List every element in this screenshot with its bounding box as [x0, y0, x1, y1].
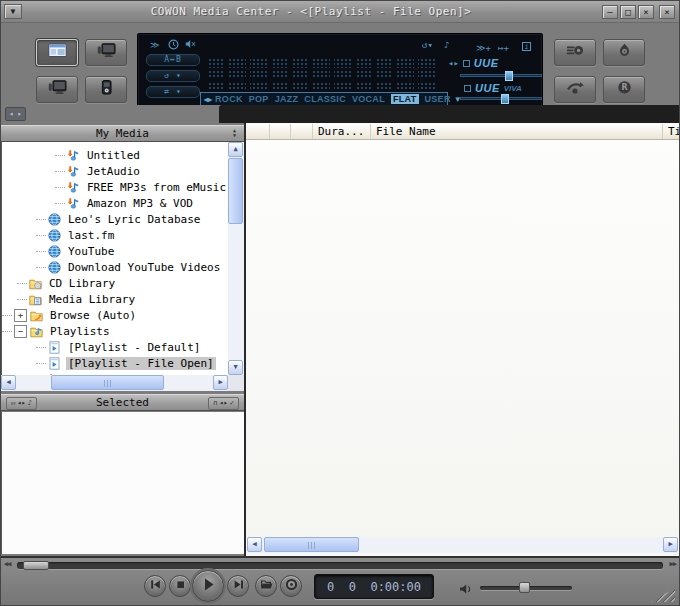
tree-item[interactable]: [Playlist - Default] — [2, 339, 228, 355]
tree-item[interactable]: FREE MP3s from eMusic! — [2, 179, 228, 195]
eq-preset-classic[interactable]: CLASSIC — [304, 94, 346, 104]
globe-icon — [48, 229, 62, 242]
my-media-header[interactable]: My Media ▲▼ — [1, 125, 244, 142]
column-header[interactable] — [270, 124, 291, 139]
info-icon[interactable]: i — [522, 42, 531, 51]
tree-horizontal-scrollbar[interactable]: ◀ ▶ — [1, 375, 228, 391]
open-file-button[interactable] — [255, 575, 277, 597]
listen-check-button[interactable]: ∩ ◂▸ ✓ — [208, 397, 239, 410]
visualization-button[interactable] — [36, 76, 78, 103]
tree-hscroll-thumb[interactable] — [51, 375, 165, 390]
tree-item[interactable]: YouTube — [2, 243, 228, 259]
uue-viva-checkbox[interactable] — [464, 85, 471, 92]
uue-slider-thumb[interactable] — [505, 71, 513, 81]
previous-button[interactable] — [144, 575, 166, 597]
close-button[interactable]: × — [638, 5, 654, 19]
volume-slider[interactable] — [480, 586, 572, 590]
mute-icon[interactable] — [185, 39, 196, 51]
volume-icon[interactable] — [459, 580, 473, 599]
tree-item[interactable]: last.fm — [2, 227, 228, 243]
playlist-body[interactable] — [246, 140, 679, 537]
playlist-hscroll-thumb[interactable] — [264, 537, 359, 552]
conversion-button[interactable] — [554, 76, 596, 103]
expand-toggle[interactable]: − — [14, 325, 27, 338]
seek-forward-icon[interactable]: ▶▶ — [670, 560, 676, 568]
pane-switch-icon[interactable]: ▲▼ — [233, 128, 236, 138]
column-header-title[interactable]: Title — [663, 124, 679, 139]
scroll-up-button[interactable]: ▲ — [228, 142, 243, 157]
tree-item[interactable]: JetAudio — [2, 163, 228, 179]
tree-item[interactable]: CD Library — [2, 275, 228, 291]
tree-item[interactable]: [Playlist - File Open] — [2, 355, 228, 371]
eq-preset-pop[interactable]: POP — [249, 94, 269, 104]
speed-icon[interactable]: ≫ — [150, 40, 159, 50]
column-header[interactable] — [246, 124, 270, 139]
eq-preset-flat[interactable]: FLAT — [391, 94, 419, 104]
scroll-right-button[interactable]: ▶ — [213, 375, 228, 390]
uue-viva-slider-thumb[interactable] — [501, 94, 509, 104]
tree-item[interactable]: Media Library — [2, 291, 228, 307]
tree-item[interactable]: Amazon MP3 & VOD — [2, 195, 228, 211]
scroll-left-button[interactable]: ◀ — [247, 537, 262, 552]
crossfade-icon[interactable]: ≫+ — [476, 43, 491, 53]
column-header-filename[interactable]: File Name — [371, 124, 663, 139]
sound-effect-button[interactable] — [554, 39, 596, 66]
tree-item[interactable]: Leo's Lyric Database — [2, 211, 228, 227]
seek-bar[interactable] — [17, 562, 663, 569]
eq-preset-user[interactable]: USER — [425, 94, 451, 104]
time-display[interactable]: 0 0 0:00:00 — [314, 574, 434, 599]
eject-button[interactable] — [280, 575, 302, 597]
music-service-icon — [67, 165, 81, 178]
convert-icon — [566, 80, 585, 99]
eq-preset-vocal[interactable]: VOCAL — [352, 94, 385, 104]
tree-item[interactable]: Download YouTube Videos — [2, 259, 228, 275]
tree-item[interactable]: +Browse (Auto) — [2, 307, 228, 323]
seek-back-icon[interactable]: ◀◀ — [4, 560, 10, 568]
insert-icon[interactable]: ↦+ — [498, 43, 509, 53]
volume-thumb[interactable] — [519, 582, 530, 593]
display-mode-button[interactable]: ▭ ◂▸ ♪ — [6, 397, 37, 410]
expand-toggle[interactable]: + — [14, 309, 27, 322]
preset-nav-icon[interactable]: ◂▸ — [204, 95, 212, 104]
jetcast-button[interactable] — [603, 39, 645, 66]
column-header-dura[interactable]: Dura... — [313, 124, 371, 139]
eq-note-icon[interactable]: ♪ — [444, 40, 449, 50]
tree-item-label: Leo's Lyric Database — [66, 213, 202, 226]
clock-icon[interactable] — [168, 39, 179, 52]
repeat-button[interactable]: ↺ ▾ — [146, 70, 200, 82]
scroll-right-button[interactable]: ▶ — [663, 537, 678, 552]
exit-button[interactable]: × — [659, 5, 675, 19]
next-button[interactable] — [227, 575, 249, 597]
stop-button[interactable] — [169, 575, 191, 597]
uue-slider[interactable] — [460, 74, 542, 77]
uue-viva-slider[interactable] — [460, 97, 542, 100]
resize-grip[interactable] — [651, 588, 675, 602]
device-button[interactable] — [85, 76, 127, 103]
scroll-down-button[interactable]: ▼ — [228, 360, 243, 375]
uue-toggle-icon[interactable]: ◂▸ — [448, 58, 459, 68]
shuffle-button[interactable]: ⇄ ▾ — [146, 86, 200, 98]
tree-item[interactable]: Untitled — [2, 147, 228, 163]
scroll-left-button[interactable]: ◀ — [1, 375, 16, 390]
minimize-button[interactable]: – — [602, 5, 618, 19]
eq-preset-jazz[interactable]: JAZZ — [275, 94, 299, 104]
sidebar-collapse-button[interactable]: ◂ ▸ — [5, 107, 26, 121]
tree-vscroll-thumb[interactable] — [228, 158, 243, 223]
tree-vertical-scrollbar[interactable]: ▲ ▼ — [228, 142, 244, 375]
video-window-button[interactable] — [85, 39, 127, 66]
selected-list-body[interactable] — [1, 412, 244, 554]
rotate-icon[interactable]: ↺▾ — [422, 40, 433, 50]
eq-preset-rock[interactable]: ROCK — [215, 94, 243, 104]
system-menu-button[interactable]: ▼ — [4, 4, 22, 19]
playlist-window-button[interactable] — [36, 39, 78, 66]
seek-thumb[interactable] — [23, 561, 49, 570]
maximize-button[interactable]: □ — [620, 5, 636, 19]
svg-text:R: R — [621, 83, 627, 92]
column-header[interactable] — [291, 124, 313, 139]
play-button[interactable] — [192, 570, 224, 602]
ab-repeat-button[interactable]: A↔B — [146, 54, 200, 66]
playlist-horizontal-scrollbar[interactable]: ◀ ▶ — [247, 537, 678, 553]
record-button[interactable]: R — [603, 76, 645, 103]
uue-checkbox[interactable] — [463, 60, 470, 67]
tree-item[interactable]: −Playlists — [2, 323, 228, 339]
